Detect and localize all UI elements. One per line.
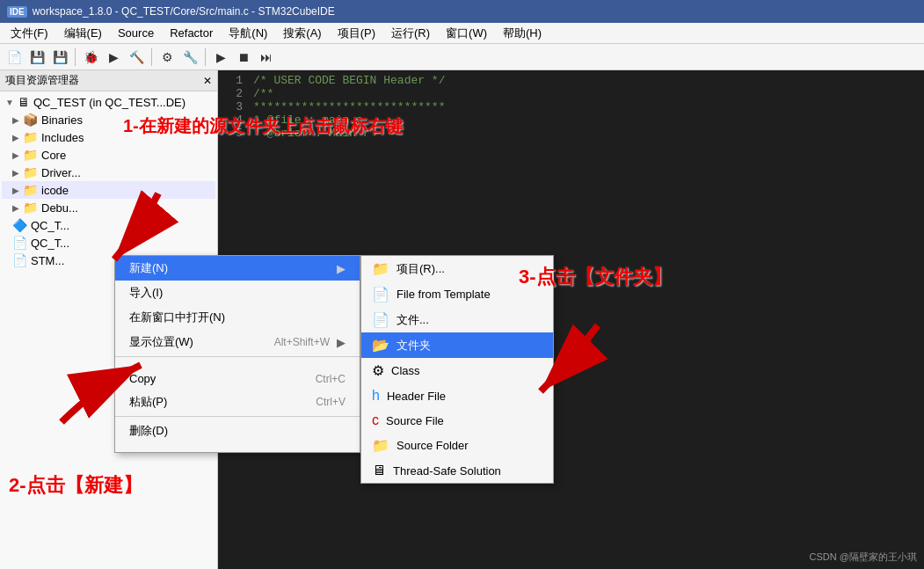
toolbar-play-btn[interactable]: ▶: [210, 47, 231, 68]
submenu: 📁 项目(R)... 📄 File from Template 📄 文件... …: [360, 255, 554, 484]
toolbar: 📄 💾 💾 🐞 ▶ 🔨 ⚙ 🔧 ▶ ⏹ ⏭: [0, 44, 924, 70]
toolbar-build-btn[interactable]: 🔨: [126, 47, 147, 68]
menu-edit[interactable]: 编辑(E): [57, 24, 109, 43]
ctx-arrow-new: ▶: [337, 262, 346, 275]
ctx-sep-1: [115, 356, 360, 357]
menu-bar: 文件(F) 编辑(E) Source Refactor 导航(N) 搜索(A) …: [0, 23, 924, 44]
sub-item-header[interactable]: h Header File: [361, 383, 553, 408]
menu-file[interactable]: 文件(F): [4, 24, 55, 43]
tree-item-drivers[interactable]: ▶ 📁 Driver...: [2, 164, 215, 181]
sub-item-thread-safe[interactable]: 🖥 Thread-Safe Solution: [361, 458, 553, 483]
toolbar-saveall-btn[interactable]: 💾: [49, 47, 70, 68]
code-line-3: 3 ****************************: [225, 100, 917, 113]
ctx-label-showloc: 显示位置(W): [129, 334, 193, 350]
ctx-item-new[interactable]: 新建(N) ▶: [115, 256, 360, 281]
menu-search[interactable]: 搜索(A): [276, 24, 328, 43]
ctx-shortcut-delete: Ctrl+V: [316, 396, 346, 408]
tree-label-icode: icode: [41, 184, 69, 197]
sub-label-class: Class: [391, 364, 420, 377]
tree-item-qct2[interactable]: 📄 QC_T...: [2, 234, 215, 252]
toolbar-new-btn[interactable]: 📄: [4, 47, 25, 68]
ctx-item-showloc[interactable]: 显示位置(W) Alt+Shift+W ▶: [115, 330, 360, 354]
tree-arrow-drivers: ▶: [12, 168, 19, 178]
toolbar-run-btn[interactable]: ▶: [103, 47, 124, 68]
toolbar-sep-1: [75, 48, 76, 66]
sub-label-file: 文件...: [397, 312, 429, 328]
sub-item-class[interactable]: ⚙ Class: [361, 358, 553, 383]
ctx-label-openwin: 在新窗口中打开(N): [129, 310, 225, 325]
toolbar-step-btn[interactable]: ⏭: [256, 47, 277, 68]
tree-label-qct1: QC_T...: [31, 219, 69, 232]
tree-icon-includes: 📁: [23, 130, 38, 144]
sub-item-source[interactable]: c Source File: [361, 408, 553, 433]
ctx-shortcut-showloc: Alt+Shift+W: [274, 336, 330, 349]
sub-icon-folder: 📂: [372, 337, 389, 354]
menu-nav[interactable]: 导航(N): [222, 24, 274, 43]
toolbar-extra-btn[interactable]: 🔧: [179, 47, 200, 68]
sub-item-file[interactable]: 📄 文件...: [361, 307, 553, 332]
menu-source[interactable]: Source: [111, 25, 161, 41]
ctx-item-source[interactable]: 删除(D): [115, 419, 360, 443]
ctx-item-move[interactable]: [115, 443, 360, 452]
ctx-item-import[interactable]: 导入(I): [115, 281, 360, 305]
line-num-2: 2: [225, 87, 243, 100]
menu-help[interactable]: 帮助(H): [496, 24, 549, 43]
window-title: workspace_1.8.0 - QC_TEST/Core/Src/main.…: [33, 5, 335, 18]
ctx-item-delete[interactable]: 粘贴(P) Ctrl+V: [115, 390, 360, 414]
line-num-3: 3: [225, 100, 243, 113]
ctx-item-copy[interactable]: [115, 359, 360, 368]
context-menu: 新建(N) ▶ 导入(I) 在新窗口中打开(N) 显示位置(W) Alt+Shi…: [114, 255, 360, 453]
line-num-1: 1: [225, 74, 243, 87]
tree-item-root[interactable]: ▼ 🖥 QC_TEST (in QC_TEST...DE): [2, 93, 215, 111]
tree-item-qct1[interactable]: 🔷 QC_T...: [2, 216, 215, 234]
sub-item-folder[interactable]: 📂 文件夹: [361, 332, 553, 358]
panel-close-icon[interactable]: ✕: [203, 75, 212, 87]
toolbar-sep-2: [151, 48, 152, 66]
menu-project[interactable]: 项目(P): [331, 24, 382, 43]
code-text-4: * @file : main.c: [253, 113, 363, 127]
ctx-sep-2: [115, 416, 360, 417]
panel-title: 项目资源管理器: [5, 73, 79, 88]
ctx-shortcut-paste: Ctrl+C: [316, 373, 346, 385]
code-text-2: /**: [253, 87, 273, 100]
sub-icon-file-template: 📄: [372, 286, 389, 303]
ctx-label-import: 导入(I): [129, 285, 163, 301]
sub-icon-thread-safe: 🖥: [372, 463, 386, 478]
toolbar-save-btn[interactable]: 💾: [26, 47, 47, 68]
tree-icon-debug: 📁: [23, 201, 38, 215]
panel-header: 项目资源管理器 ✕: [0, 70, 217, 91]
tree-arrow-icode: ▶: [12, 186, 19, 195]
code-text-3: ****************************: [253, 100, 445, 113]
code-line-4: 4 * @file : main.c: [225, 113, 917, 127]
toolbar-debug-btn[interactable]: 🐞: [80, 47, 101, 68]
sub-item-project[interactable]: 📁 项目(R)...: [361, 256, 553, 281]
tree-label-stm: STM...: [31, 254, 64, 267]
ide-badge: IDE: [7, 6, 27, 18]
sub-icon-source-folder: 📁: [372, 437, 389, 454]
line-num-5: 5: [225, 127, 243, 140]
sub-icon-source: c: [372, 412, 379, 428]
ctx-item-paste[interactable]: Copy Ctrl+C: [115, 368, 360, 390]
tree-arrow-binaries: ▶: [12, 115, 19, 125]
menu-window[interactable]: 窗口(W): [439, 24, 494, 43]
tree-icon-qct2: 📄: [12, 236, 27, 250]
ctx-item-openwin[interactable]: 在新窗口中打开(N): [115, 305, 360, 330]
sub-label-header: Header File: [387, 390, 446, 403]
tree-item-debug[interactable]: ▶ 📁 Debu...: [2, 199, 215, 216]
tree-item-includes[interactable]: ▶ 📁 Includes: [2, 128, 215, 146]
sub-item-file-template[interactable]: 📄 File from Template: [361, 281, 553, 307]
tree-item-binaries[interactable]: ▶ 📦 Binaries: [2, 111, 215, 128]
menu-refactor[interactable]: Refactor: [163, 25, 220, 41]
tree-icon-icode: 📁: [23, 183, 38, 197]
tree-icon-root: 🖥: [18, 95, 30, 109]
menu-run[interactable]: 运行(R): [384, 24, 437, 43]
toolbar-stop-btn[interactable]: ⏹: [233, 47, 254, 68]
tree-icon-core: 📁: [23, 148, 38, 162]
tree-item-icode[interactable]: ▶ 📁 icode: [2, 181, 215, 199]
sub-item-source-folder[interactable]: 📁 Source Folder: [361, 433, 553, 458]
code-line-5: 5 * @brief : Main r: [225, 127, 917, 140]
toolbar-settings-btn[interactable]: ⚙: [156, 47, 178, 68]
sub-label-source-folder: Source Folder: [397, 439, 469, 452]
tree-item-core[interactable]: ▶ 📁 Core: [2, 146, 215, 164]
tree-area: ▼ 🖥 QC_TEST (in QC_TEST...DE) ▶ 📦 Binari…: [0, 91, 217, 271]
